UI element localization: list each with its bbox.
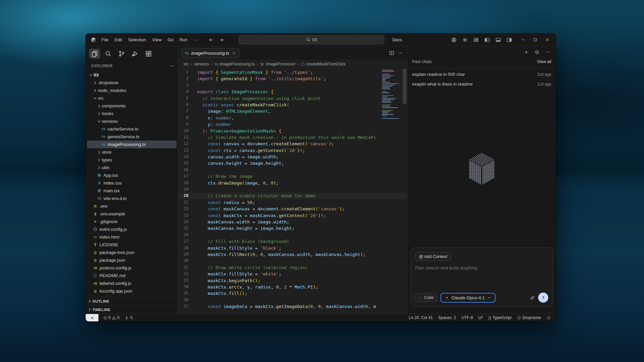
- chat-more-icon[interactable]: [543, 48, 552, 56]
- tree-item-app-tsx[interactable]: App.tsx: [87, 171, 177, 179]
- search-sidebar-icon[interactable]: [102, 49, 114, 59]
- breadcrumb-createmaskfromclick[interactable]: createMaskFromClick: [301, 62, 345, 66]
- cursor-position[interactable]: Ln 20, Col 41: [407, 315, 435, 320]
- menu-file[interactable]: File: [98, 36, 112, 44]
- add-context-button[interactable]: @ Add Context: [415, 252, 451, 261]
- explorer-more-icon[interactable]: [168, 63, 175, 68]
- tree-item-store[interactable]: store: [87, 148, 177, 156]
- docs-button[interactable]: Docs: [390, 37, 404, 43]
- code-line-29[interactable]: 29 maskCtx.fillRect(0, 0, maskCanvas.wid…: [178, 251, 407, 258]
- tree-item-tsconfig-app-json[interactable]: {}tsconfig.app.json: [87, 287, 177, 295]
- code-line-11[interactable]: 11 // Simulate mask creation - in produc…: [178, 134, 407, 141]
- tree-item-index-html[interactable]: <>index.html: [87, 233, 177, 241]
- code-line-33[interactable]: 33 maskCtx.beginPath();: [178, 277, 407, 284]
- code-line-22[interactable]: 22 const maskCanvas = document.createEle…: [178, 206, 407, 212]
- attach-paperclip-icon[interactable]: [529, 295, 535, 301]
- code-line-3[interactable]: 3: [178, 82, 407, 89]
- code-line-13[interactable]: 13 const ctx = canvas.getContext('2d')!;: [178, 147, 407, 154]
- section-outline[interactable]: OUTLINE: [86, 297, 178, 305]
- source-control-icon[interactable]: [116, 49, 127, 59]
- code-line-5[interactable]: 5 // Interactive segmentation using clic…: [178, 95, 407, 102]
- split-editor-icon[interactable]: [389, 50, 394, 56]
- tree-item-cacheservice-ts[interactable]: TScacheService.ts: [87, 125, 177, 133]
- code-line-37[interactable]: 37 const imageData = maskCtx.getImageDat…: [178, 303, 407, 310]
- tree-item-postcss-config-js[interactable]: JSpostcss.config.js: [87, 264, 177, 272]
- code-line-6[interactable]: 6 static async createMaskFromClick(: [178, 102, 407, 108]
- code-line-4[interactable]: 4export class ImageProcessor {: [178, 89, 407, 95]
- code-line-25[interactable]: 25 maskCanvas.height = image.height;: [178, 225, 407, 231]
- tree-item-services[interactable]: services: [87, 117, 177, 125]
- menu-edit[interactable]: Edit: [112, 36, 125, 44]
- explorer-files-icon[interactable]: [89, 49, 100, 59]
- minimap[interactable]: [382, 70, 401, 119]
- language-mode[interactable]: { } TypeScript: [486, 315, 514, 320]
- maximize-icon[interactable]: [529, 35, 541, 44]
- tree-item--env-example[interactable]: $.env.example: [87, 210, 177, 218]
- menu-selection[interactable]: Selection: [125, 36, 149, 44]
- code-line-23[interactable]: 23 const maskCtx = maskCanvas.getContext…: [178, 212, 407, 219]
- menu-view[interactable]: View: [149, 36, 165, 44]
- encoding[interactable]: UTF-8: [460, 315, 475, 320]
- code-line-8[interactable]: 8 x: number,: [178, 115, 407, 121]
- tree-item--gitignore[interactable]: .gitignore: [87, 218, 177, 225]
- breadcrumb-services[interactable]: services: [194, 62, 209, 66]
- code-line-24[interactable]: 24 maskCanvas.width = image.width;: [178, 219, 407, 225]
- tree-item-imageprocessing-ts[interactable]: TSimageProcessing.ts: [87, 141, 177, 148]
- past-chat-item[interactable]: explain readme in 500 char11d ago: [407, 69, 556, 79]
- notifications-bell-icon[interactable]: [545, 316, 553, 320]
- chat-input-card[interactable]: @ Add Context Plan search and build anyt…: [411, 248, 553, 306]
- tree-item-03[interactable]: 03: [87, 71, 177, 79]
- breadcrumb-imageprocessing-ts[interactable]: TSimageProcessing.ts: [214, 62, 255, 66]
- chat-history-icon[interactable]: [532, 48, 541, 56]
- command-search-input[interactable]: 03: [239, 35, 384, 44]
- tree-item-package-json[interactable]: {}package.json: [87, 256, 177, 264]
- mode-selector[interactable]: Code: [415, 293, 437, 302]
- code-line-20[interactable]: 20 // Create a simple circular mask for …: [178, 193, 407, 199]
- menu-more[interactable]: ···: [190, 36, 201, 44]
- code-line-9[interactable]: 9 y: number: [178, 121, 407, 127]
- code-line-31[interactable]: 31 // Draw white circle (selected region…: [178, 264, 407, 271]
- code-line-18[interactable]: 18 ctx.drawImage(image, 0, 0);: [178, 180, 407, 186]
- code-line-10[interactable]: 10 ): Promise<SegmentationMask> {: [178, 128, 407, 134]
- code-line-12[interactable]: 12 const canvas = document.createElement…: [178, 141, 407, 147]
- code-line-2[interactable]: 2import { generateId } from '../utils/im…: [178, 75, 407, 82]
- tree-item-index-css[interactable]: #index.css: [87, 179, 177, 187]
- menu-go[interactable]: Go: [165, 36, 176, 44]
- problems-status[interactable]: 0 0: [101, 315, 121, 320]
- close-icon[interactable]: [541, 35, 553, 44]
- tree-item-eslint-config-js[interactable]: eslint.config.js: [87, 225, 177, 233]
- code-line-1[interactable]: 1import { SegmentationMask } from '../ty…: [178, 69, 407, 75]
- account-icon[interactable]: [449, 36, 458, 44]
- model-selector[interactable]: Claude-Opus-4.1: [440, 293, 496, 303]
- dropstone-status[interactable]: Dropstone: [515, 315, 543, 320]
- code-line-21[interactable]: 21 const radius = 50;: [178, 199, 407, 206]
- code-line-27[interactable]: 27 // Fill with black (background): [178, 238, 407, 245]
- editor-scrollbar[interactable]: [403, 69, 406, 104]
- tree-item-node-modules[interactable]: node_modules: [87, 87, 177, 94]
- toggle-sidebar-right-icon[interactable]: [505, 36, 514, 44]
- tree-item--dropstone[interactable]: .dropstone: [87, 79, 177, 87]
- tab-close-icon[interactable]: [232, 51, 236, 55]
- layout-customize-icon[interactable]: [471, 36, 480, 44]
- code-line-28[interactable]: 28 maskCtx.fillStyle = 'black';: [178, 245, 407, 251]
- tree-item-readme-md[interactable]: README.md: [87, 272, 177, 279]
- settings-gear-icon[interactable]: [460, 36, 469, 44]
- code-line-30[interactable]: 30: [178, 258, 407, 264]
- new-chat-plus-icon[interactable]: [522, 48, 530, 56]
- tree-item-tailwind-config-js[interactable]: JStailwind.config.js: [87, 279, 177, 287]
- tree-item-license[interactable]: LICENSE: [87, 241, 177, 249]
- code-line-16[interactable]: 16: [178, 167, 407, 173]
- tree-item-main-tsx[interactable]: main.tsx: [87, 187, 177, 195]
- editor-more-icon[interactable]: [398, 50, 403, 56]
- code-line-14[interactable]: 14 canvas.width = image.width;: [178, 154, 407, 160]
- tree-item-components[interactable]: components: [87, 102, 177, 110]
- breadcrumb-src[interactable]: src: [183, 62, 189, 66]
- tree-item-vite-env-d-ts[interactable]: TSvite-env.d.ts: [87, 195, 177, 202]
- tree-item-src[interactable]: src: [87, 94, 177, 102]
- view-all-link[interactable]: View all: [537, 59, 551, 64]
- tree-item-geminiservice-ts[interactable]: TSgeminiService.ts: [87, 133, 177, 141]
- toggle-panel-bottom-icon[interactable]: [493, 36, 503, 44]
- tree-item-package-lock-json[interactable]: {}package-lock.json: [87, 249, 177, 256]
- tree-item--env[interactable]: .env: [87, 202, 177, 210]
- code-line-15[interactable]: 15 canvas.height = image.height;: [178, 160, 407, 166]
